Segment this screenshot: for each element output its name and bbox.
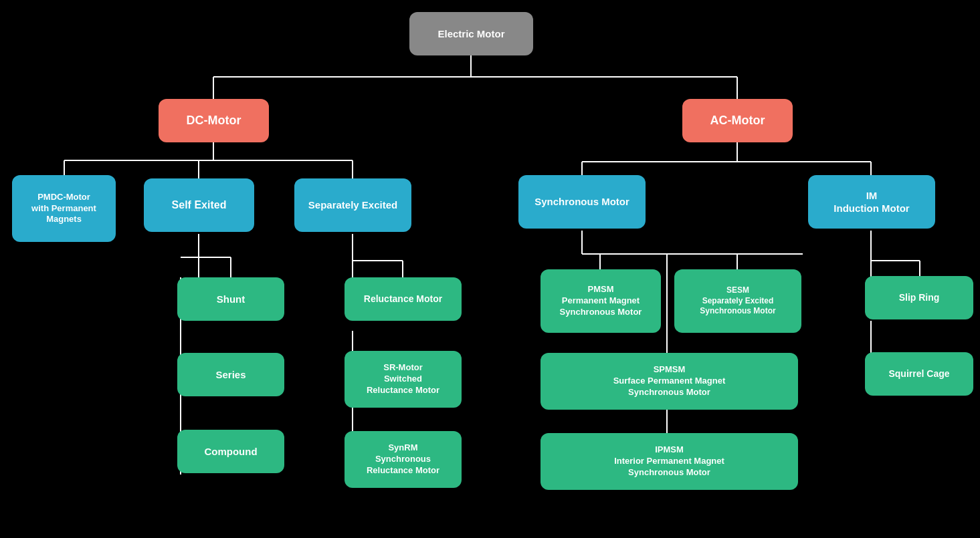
node-im-motor: IMInduction Motor (808, 175, 935, 229)
node-self-exited: Self Exited (144, 178, 254, 232)
node-pmdc: PMDC-Motorwith PermanentMagnets (12, 175, 116, 242)
node-electric-motor: Electric Motor (409, 12, 533, 55)
node-spmsm: SPMSMSurface Permanent MagnetSynchronous… (541, 353, 798, 410)
node-shunt: Shunt (177, 277, 284, 321)
node-sync-motor: Synchronous Motor (518, 175, 646, 229)
node-dc-motor: DC-Motor (159, 99, 269, 142)
node-compound: Compound (177, 430, 284, 473)
node-squirrel-cage: Squirrel Cage (865, 352, 973, 396)
node-reluctance: Reluctance Motor (345, 277, 462, 321)
node-sep-excited: Separately Excited (294, 178, 411, 232)
node-slip-ring: Slip Ring (865, 276, 973, 319)
node-pmsm: PMSMPermanent MagnetSynchronous Motor (541, 269, 661, 333)
chart-container: Electric Motor DC-Motor AC-Motor PMDC-Mo… (0, 0, 980, 538)
node-series: Series (177, 353, 284, 396)
node-ac-motor: AC-Motor (682, 99, 793, 142)
node-sr-motor: SR-MotorSwitchedReluctance Motor (345, 351, 462, 408)
node-sesm: SESMSeparately ExcitedSynchronous Motor (674, 269, 801, 333)
connector-lines (0, 0, 980, 538)
node-ipmsm: IPMSMInterior Permanent MagnetSynchronou… (541, 433, 798, 490)
node-synrm: SynRMSynchronousReluctance Motor (345, 431, 462, 488)
